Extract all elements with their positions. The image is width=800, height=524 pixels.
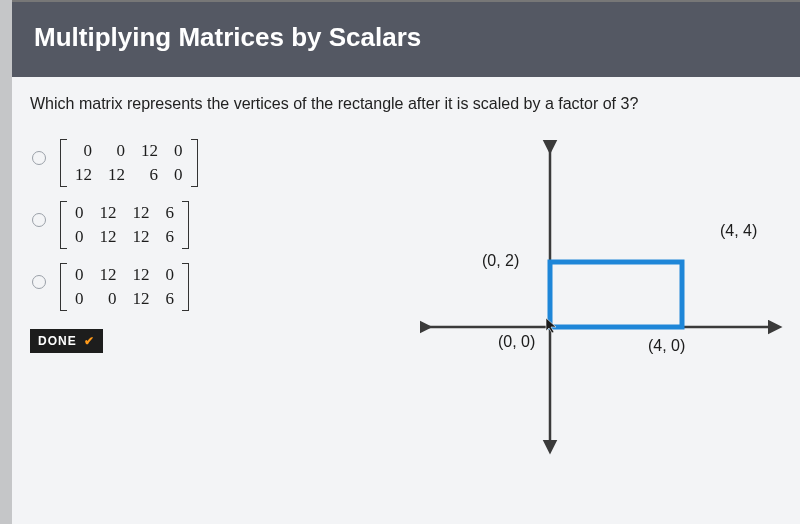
cell: 12 xyxy=(67,163,100,187)
matrix-b: 0 12 12 6 0 12 12 6 xyxy=(60,201,189,249)
vertex-label-bl: (0, 0) xyxy=(498,333,535,351)
cell: 0 xyxy=(67,225,92,249)
check-icon: ✔ xyxy=(84,334,95,348)
cell: 6 xyxy=(158,201,183,225)
graph-svg xyxy=(420,137,790,457)
coordinate-graph: (0, 2) (4, 4) (0, 0) (4, 0) xyxy=(420,137,790,457)
cell: 12 xyxy=(125,225,158,249)
radio-a[interactable] xyxy=(32,151,46,165)
cell: 6 xyxy=(133,163,166,187)
vertex-label-tr: (4, 4) xyxy=(720,222,757,240)
cursor-icon xyxy=(545,317,559,335)
cell: 12 xyxy=(92,201,125,225)
bracket-left-icon xyxy=(60,201,67,249)
vertex-label-br: (4, 0) xyxy=(648,337,685,355)
cell: 6 xyxy=(158,287,183,311)
cell: 0 xyxy=(158,263,183,287)
matrix-c-table: 0 12 12 0 0 0 12 6 xyxy=(67,263,182,311)
matrix-a: 0 0 12 0 12 12 6 0 xyxy=(60,139,198,187)
content-panel: Which matrix represents the vertices of … xyxy=(12,77,800,524)
cell: 0 xyxy=(67,263,92,287)
done-button[interactable]: DONE ✔ xyxy=(30,329,103,353)
matrix-b-table: 0 12 12 6 0 12 12 6 xyxy=(67,201,182,249)
app-frame: Multiplying Matrices by Scalars Which ma… xyxy=(12,0,800,524)
cell: 0 xyxy=(67,287,92,311)
cell: 12 xyxy=(133,139,166,163)
question-text: Which matrix represents the vertices of … xyxy=(12,95,800,131)
cell: 0 xyxy=(92,287,125,311)
cell: 0 xyxy=(67,139,100,163)
vertex-label-tl: (0, 2) xyxy=(482,252,519,270)
cell: 12 xyxy=(92,225,125,249)
bracket-right-icon xyxy=(182,263,189,311)
bracket-left-icon xyxy=(60,263,67,311)
cell: 12 xyxy=(125,287,158,311)
lesson-header: Multiplying Matrices by Scalars xyxy=(12,0,800,77)
header-title: Multiplying Matrices by Scalars xyxy=(34,22,421,52)
cell: 12 xyxy=(125,201,158,225)
radio-c[interactable] xyxy=(32,275,46,289)
bracket-right-icon xyxy=(182,201,189,249)
cell: 0 xyxy=(166,139,191,163)
cell: 0 xyxy=(100,139,133,163)
done-label: DONE xyxy=(38,334,77,348)
cell: 12 xyxy=(100,163,133,187)
cell: 12 xyxy=(125,263,158,287)
rectangle-shape xyxy=(550,262,682,327)
cell: 12 xyxy=(92,263,125,287)
bracket-left-icon xyxy=(60,139,67,187)
cell: 6 xyxy=(158,225,183,249)
bracket-right-icon xyxy=(191,139,198,187)
radio-b[interactable] xyxy=(32,213,46,227)
matrix-a-table: 0 0 12 0 12 12 6 0 xyxy=(67,139,191,187)
cell: 0 xyxy=(166,163,191,187)
cell: 0 xyxy=(67,201,92,225)
matrix-c: 0 12 12 0 0 0 12 6 xyxy=(60,263,189,311)
